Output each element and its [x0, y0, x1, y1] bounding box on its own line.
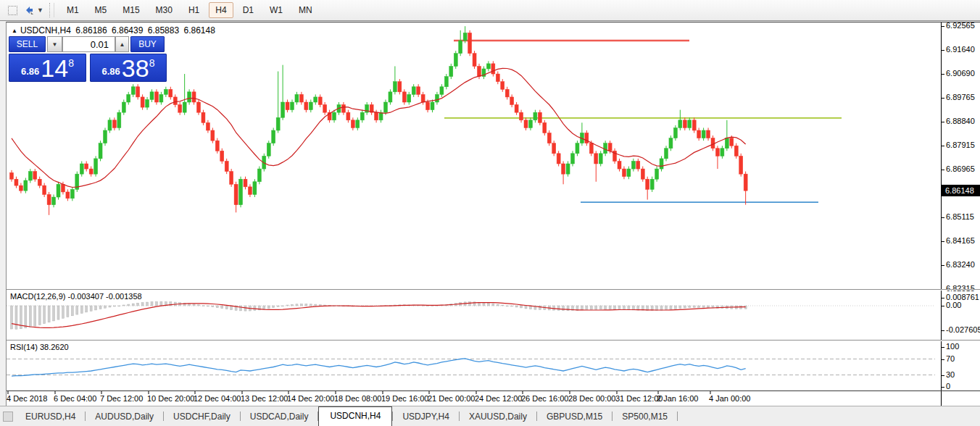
ohlc-close: 6.86148	[183, 25, 215, 36]
ohlc-high: 6.86439	[112, 25, 143, 36]
price-axis-label: 6.85115	[946, 212, 974, 221]
dropdown-caret-icon[interactable]: ▼	[37, 7, 43, 14]
macd-axis-label: -0.027605	[946, 325, 980, 334]
buy-button[interactable]: BUY	[130, 36, 165, 52]
macd-axis-label: 0.00	[946, 301, 961, 309]
time-axis-label: 12 Dec 04:00	[194, 394, 241, 403]
timeframe-button-mn[interactable]: MN	[292, 2, 319, 18]
tab-sp500-m15[interactable]: SP500,M15	[612, 408, 677, 426]
price-axis-label: 6.91640	[946, 45, 975, 54]
time-axis-label: 19 Dec 16:00	[381, 394, 428, 403]
timeframe-button-m1[interactable]: M1	[60, 2, 86, 18]
rsi-label: RSI(14) 38.2620	[10, 343, 69, 351]
rsi-axis-label: 70	[946, 354, 955, 363]
lot-decrease-button[interactable]: ▼	[47, 36, 62, 52]
toolbar: ▼ M1M5M15M30H1H4D1W1MN	[0, 0, 980, 21]
price-axis-label: 6.90690	[946, 69, 975, 78]
tab-xauusd-daily[interactable]: XAUUSD,Daily	[460, 408, 536, 426]
timeframe-button-m5[interactable]: M5	[88, 2, 114, 18]
time-axis-label: 10 Dec 20:00	[147, 394, 194, 403]
time-axis-label: 7 Dec 12:00	[100, 394, 143, 403]
time-axis-label: 13 Dec 12:00	[241, 394, 288, 403]
time-axis-label: 31 Dec 12:00	[615, 394, 663, 403]
sell-price-sup: 8	[68, 57, 74, 69]
time-axis-label: 4 Jan 00:00	[709, 394, 751, 403]
rsi-axis-label: 100	[946, 342, 959, 351]
timeframe-button-m30[interactable]: M30	[149, 2, 179, 18]
sell-price-base: 6.86	[21, 66, 39, 77]
price-axis-label: 6.87915	[946, 141, 975, 149]
ohlc-open: 6.86186	[75, 25, 107, 36]
lot-size-input[interactable]	[62, 36, 115, 52]
tab-eurusd-h4[interactable]: EURUSD,H4	[16, 408, 85, 426]
timeframe-button-group: M1M5M15M30H1H4D1W1MN	[59, 2, 320, 18]
timeframe-button-h4[interactable]: H4	[209, 2, 233, 18]
tab-usdcad-daily[interactable]: USDCAD,Daily	[241, 408, 318, 426]
time-axis-label: 28 Dec 00:00	[568, 394, 615, 403]
price-axis-label: 6.88840	[946, 117, 975, 125]
buy-price-base: 6.86	[102, 66, 120, 77]
chart-tab-bar: EURUSD,H4AUDUSD,DailyUSDCHF,DailyUSDCAD,…	[0, 406, 980, 426]
rsi-axis-label: 30	[946, 370, 955, 379]
price-axis-label: 6.89765	[946, 93, 975, 101]
pane-divider-highlight	[7, 341, 980, 341]
tab-usdjpy-h4[interactable]: USDJPY,H4	[393, 408, 458, 426]
ohlc-low: 6.85883	[148, 25, 179, 36]
toolbar-separator	[49, 3, 54, 17]
trading-platform-window: ▼ M1M5M15M30H1H4D1W1MN 4 Dec 20186 Dec 0…	[0, 0, 980, 426]
time-axis-label: 6 Dec 04:00	[54, 394, 96, 403]
sell-price-big: 14	[41, 57, 68, 80]
timeframe-button-h1[interactable]: H1	[182, 2, 206, 18]
time-axis-label: 14 Dec 20:00	[287, 394, 334, 403]
chart-list-icon[interactable]	[3, 412, 13, 422]
time-axis-label: 18 Dec 08:00	[334, 394, 381, 403]
tab-gbpusd-m15[interactable]: GBPUSD,M15	[537, 408, 612, 426]
chart-frame: 4 Dec 20186 Dec 04:007 Dec 12:0010 Dec 2…	[6, 22, 980, 406]
time-axis-label: 21 Dec 00:00	[428, 394, 475, 403]
time-axis-label: 24 Dec 12:00	[475, 394, 522, 403]
price-axis-label: 6.84165	[946, 236, 975, 245]
tab-audusd-daily[interactable]: AUDUSD,Daily	[86, 408, 163, 426]
price-axis-label: 6.82315	[946, 284, 975, 293]
tab-usdchf-daily[interactable]: USDCHF,Daily	[164, 408, 240, 426]
pane-divider-highlight	[7, 290, 980, 291]
time-axis-label: 4 Dec 2018	[7, 394, 47, 403]
one-click-trading-panel: SELL ▼ ▲ BUY 6.86148 6.86388	[9, 36, 168, 96]
chart-symbol-label: USDCNH,H4	[20, 25, 71, 36]
chart-title: ▲USDCNH,H4 6.86186 6.86439 6.85883 6.861…	[12, 25, 217, 36]
buy-price-box[interactable]: 6.86388	[90, 54, 167, 82]
time-axis-line	[7, 390, 980, 391]
time-axis-label: 26 Dec 16:00	[521, 394, 568, 403]
tab-separator	[677, 412, 678, 421]
tile-windows-icon[interactable]	[22, 3, 37, 17]
timeframe-button-w1[interactable]: W1	[263, 2, 289, 18]
time-axis-label: 2 Jan 16:00	[657, 394, 699, 403]
macd-label: MACD(12,26,9) -0.003407 -0.001358	[10, 292, 142, 301]
timeframe-button-d1[interactable]: D1	[236, 2, 260, 18]
selection-rectangle-icon[interactable]	[5, 3, 20, 17]
buy-price-big: 38	[122, 57, 149, 80]
lot-increase-button[interactable]: ▲	[115, 36, 129, 52]
buy-price-sup: 8	[149, 57, 155, 69]
timeframe-button-m15[interactable]: M15	[116, 2, 146, 18]
price-axis-label: 6.86965	[946, 164, 975, 173]
price-axis-label: 6.92565	[946, 21, 975, 30]
rsi-axis-label: 0	[946, 382, 950, 390]
price-axis[interactable]: 6.86148 6.925656.916406.906906.897656.88…	[941, 22, 980, 406]
one-click-collapse-icon[interactable]: ▲	[12, 28, 17, 34]
current-price-tag: 6.86148	[942, 185, 980, 196]
sell-button[interactable]: SELL	[9, 36, 46, 52]
price-axis-label: 6.83240	[946, 260, 975, 269]
tab-usdcnh-h4[interactable]: USDCNH,H4	[318, 406, 392, 426]
sell-price-box[interactable]: 6.86148	[9, 54, 86, 82]
